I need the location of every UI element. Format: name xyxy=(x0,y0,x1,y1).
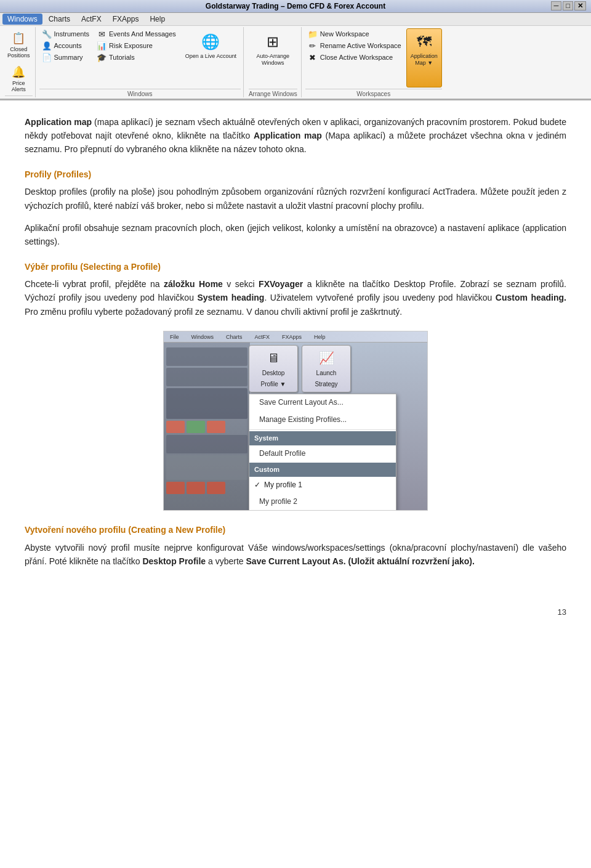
ribbon-btn-summary[interactable]: 📄 Summary xyxy=(39,52,92,63)
open-live-label: Open a Live Account xyxy=(185,53,236,60)
ss-panel-sq2 xyxy=(187,421,205,433)
ss-red-sq3 xyxy=(207,482,225,494)
ribbon-group-charts: 📋 ClosedPositions 🔔 PriceAlerts xyxy=(2,27,36,97)
section1-para1-text: Desktop profiles (profily na ploše) jsou… xyxy=(25,187,566,210)
ss-launch-strategy-icon: 📈 xyxy=(307,348,345,368)
ss-panel-4 xyxy=(166,435,247,453)
menu-item-windows[interactable]: Windows xyxy=(2,14,42,25)
ribbon-btn-tutorials[interactable]: 🎓 Tutorials xyxy=(94,52,179,63)
ribbon-btn-accounts[interactable]: 👤 Accounts xyxy=(39,40,92,51)
desktop-profile-term: Desktop Profile xyxy=(142,556,206,566)
ss-panel-row2 xyxy=(166,482,247,494)
rename-workspace-icon: ✏ xyxy=(308,41,318,51)
ribbon-group-arrange: ⊞ Auto-ArrangeWindows Arrange Windows xyxy=(245,27,302,97)
ribbon-group-label-3: Arrange Windows xyxy=(249,89,297,97)
new-workspace-label: New Workspace xyxy=(320,30,369,38)
ribbon-btn-new-workspace[interactable]: 📁 New Workspace xyxy=(305,28,404,39)
section1-heading: Profily (Profiles) xyxy=(25,168,566,181)
ribbon-group-label-1 xyxy=(5,95,33,97)
save-current-layout-term: Save Current Layout As. (Uložit aktuální… xyxy=(246,556,475,566)
ribbon: 📋 ClosedPositions 🔔 PriceAlerts 🔧 xyxy=(0,26,591,100)
ss-windows: Windows xyxy=(191,333,214,341)
price-alerts-label: PriceAlerts xyxy=(12,81,26,93)
events-icon: ✉ xyxy=(97,29,107,39)
ribbon-group-workspaces: 📁 New Workspace ✏ Rename Active Workspac… xyxy=(303,27,444,97)
ribbon-btn-close-workspace[interactable]: ✖ Close Active Workspace xyxy=(305,52,404,63)
tutorials-icon: 🎓 xyxy=(97,52,107,62)
ss-desktop-profile-icon: 🖥 xyxy=(254,348,292,368)
ribbon-btn-risk[interactable]: 📊 Risk Exposure xyxy=(94,40,179,51)
section1-para1: Desktop profiles (profily na ploše) jsou… xyxy=(25,185,566,213)
section1-para2-text: Aplikační profil obsahuje seznam pracovn… xyxy=(25,223,566,246)
ss-file: File xyxy=(170,333,179,341)
summary-icon: 📄 xyxy=(42,52,52,62)
close-workspace-icon: ✖ xyxy=(308,52,318,62)
ss-panel-row xyxy=(166,421,247,433)
section2-mid3: . Uživatelem vytvořené profily jsou uved… xyxy=(264,293,495,302)
accounts-label: Accounts xyxy=(54,42,82,49)
ss-dd-myprofile1: ✓ My profile 1 xyxy=(249,477,396,493)
accounts-icon: 👤 xyxy=(42,41,52,51)
ribbon-btn-auto-arrange[interactable]: ⊞ Auto-ArrangeWindows xyxy=(252,28,294,69)
ribbon-left-btns: 📋 ClosedPositions 🔔 PriceAlerts xyxy=(5,28,33,94)
minimize-btn[interactable]: ─ xyxy=(551,1,562,10)
ss-panel-sq3 xyxy=(207,421,225,433)
main-content: Application map (mapa aplikací) je sezna… xyxy=(0,100,591,602)
ss-desktop-profile-btn: 🖥 DesktopProfile ▼ xyxy=(249,345,298,392)
ss-dd-sep1 xyxy=(249,429,396,430)
ss-panel-3 xyxy=(166,388,247,419)
ribbon-btn-price-alerts[interactable]: 🔔 PriceAlerts xyxy=(5,62,33,94)
ss-dd-myprofile2: My profile 2 xyxy=(249,493,396,510)
screenshot-topbar: File Windows Charts ActFX FXApps Help xyxy=(164,331,427,343)
toolbar-container: Goldstarway Trading – Demo CFD & Forex A… xyxy=(0,0,591,100)
ss-dd-myprofile1-label: My profile 1 xyxy=(264,479,302,491)
ss-panel-2 xyxy=(166,368,247,386)
close-btn[interactable]: ✕ xyxy=(574,1,586,10)
ribbon-btn-application-map[interactable]: 🗺 ApplicationMap ▼ xyxy=(406,28,442,87)
menu-item-charts[interactable]: Charts xyxy=(44,14,75,25)
auto-arrange-label: Auto-ArrangeWindows xyxy=(257,53,290,67)
application-map-term: Application map xyxy=(25,117,92,127)
screenshot-dropdown-menu: Save Current Layout As... Manage Existin… xyxy=(249,394,396,511)
events-label: Events And Messages xyxy=(109,30,176,38)
ss-launch-strategy-label: LaunchStrategy xyxy=(315,370,337,387)
ss-dd-manage-profiles: Manage Existing Profiles... xyxy=(249,412,396,428)
application-map-label: ApplicationMap ▼ xyxy=(411,53,438,67)
ribbon-group-windows: 🔧 Instruments 👤 Accounts 📄 Summary xyxy=(37,27,244,97)
ss-dd-system-heading: System xyxy=(249,431,396,446)
screenshot-area: File Windows Charts ActFX FXApps Help xyxy=(163,331,428,511)
screenshot-btn-row: 🖥 DesktopProfile ▼ 📈 LaunchStrategy xyxy=(249,345,396,392)
instruments-icon: 🔧 xyxy=(42,29,52,39)
section2-mid1: v sekci xyxy=(223,279,259,289)
ribbon-col-1: 🔧 Instruments 👤 Accounts 📄 Summary xyxy=(39,28,92,63)
screenshot-dropdown-area: 🖥 DesktopProfile ▼ 📈 LaunchStrategy Save… xyxy=(249,345,396,511)
fxvoyager-term: FXVoyager xyxy=(259,279,303,289)
section2-heading: Výběr profilu (Selecting a Profile) xyxy=(25,260,566,274)
menu-item-actfx[interactable]: ActFX xyxy=(76,14,107,25)
closed-positions-icon: 📋 xyxy=(10,30,27,47)
section3-heading: Vytvoření nového profilu (Creating a New… xyxy=(25,523,566,537)
ribbon-btn-events[interactable]: ✉ Events And Messages xyxy=(94,28,179,39)
menu-item-fxapps[interactable]: FXApps xyxy=(108,14,144,25)
application-map-term2: Application map xyxy=(254,131,322,140)
section3-para1: Abyste vytvořili nový profil musíte nejp… xyxy=(25,541,566,569)
zalozku-home-term: záložku Home xyxy=(164,279,223,289)
ss-charts: Charts xyxy=(226,333,243,341)
ribbon-btn-instruments[interactable]: 🔧 Instruments xyxy=(39,28,92,39)
ribbon-btn-rename-workspace[interactable]: ✏ Rename Active Workspace xyxy=(305,40,404,51)
title-bar: Goldstarway Trading – Demo CFD & Forex A… xyxy=(0,0,591,13)
ribbon-btn-closed-positions[interactable]: 📋 ClosedPositions xyxy=(5,28,33,60)
auto-arrange-icon: ⊞ xyxy=(262,31,284,53)
ribbon-btn-open-live[interactable]: 🌐 Open a Live Account xyxy=(181,28,241,62)
closed-positions-label: ClosedPositions xyxy=(7,47,30,59)
section2-para1: Chcete-li vybrat profil, přejděte na zál… xyxy=(25,277,566,318)
maximize-btn[interactable]: □ xyxy=(563,1,573,10)
menu-bar: Windows Charts ActFX FXApps Help xyxy=(0,13,591,26)
application-map-icon: 🗺 xyxy=(413,31,435,53)
section2-end: Pro změnu profilu vyberte požadovaný pro… xyxy=(25,307,402,317)
instruments-label: Instruments xyxy=(54,30,89,38)
tutorials-label: Tutorials xyxy=(109,54,135,61)
screenshot-left-panels xyxy=(164,343,250,510)
menu-item-help[interactable]: Help xyxy=(145,14,170,25)
ribbon-group-label-2: Windows xyxy=(39,89,241,97)
